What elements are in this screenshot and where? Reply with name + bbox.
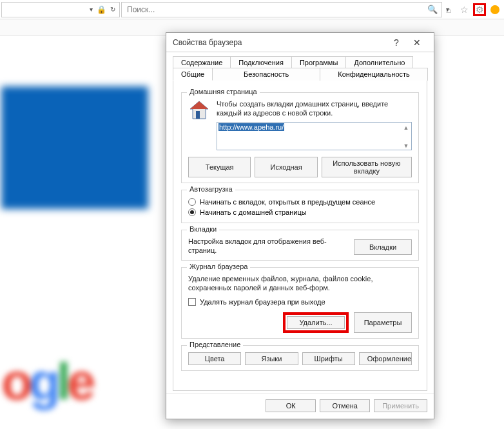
languages-button[interactable]: Языки — [245, 352, 298, 365]
dialog-title: Свойства браузера — [173, 38, 386, 47]
internet-options-dialog: Свойства браузера ? ✕ Содержание Подключ… — [166, 32, 434, 419]
search-icon[interactable]: 🔍 — [427, 5, 438, 14]
background-logo: ogle — [1, 352, 92, 412]
tab-advanced[interactable]: Дополнительно — [345, 56, 413, 68]
tab-row-2: Общие Безопасность Конфиденциальность — [173, 68, 427, 81]
colors-button[interactable]: Цвета — [188, 352, 241, 365]
tab-programs[interactable]: Программы — [291, 56, 346, 68]
homepage-current-button[interactable]: Текущая — [188, 157, 251, 177]
ok-button[interactable]: ОК — [266, 399, 316, 412]
history-delete-on-exit-checkbox[interactable]: Удалять журнал браузера при выходе — [188, 297, 412, 307]
cancel-button[interactable]: Отмена — [320, 399, 370, 412]
homepage-textarea-wrap: http://www.apeha.ru/ ▲ ▼ — [217, 122, 412, 152]
group-presentation: Представление Цвета Языки Шрифты Оформле… — [181, 345, 419, 371]
group-homepage: Домашняя страница Чтобы создать вкладки … — [181, 92, 419, 183]
search-input[interactable] — [126, 5, 438, 15]
search-box[interactable]: 🔍 ▾ — [121, 2, 442, 17]
history-desc: Удаление временных файлов, журнала, файл… — [188, 274, 412, 293]
close-button[interactable]: ✕ — [407, 37, 427, 48]
homepage-desc: Чтобы создать вкладки домашних страниц, … — [217, 99, 412, 118]
homepage-default-button[interactable]: Исходная — [255, 157, 317, 177]
tab-privacy[interactable]: Конфиденциальность — [320, 68, 428, 81]
radio-icon — [188, 198, 196, 206]
help-button[interactable]: ? — [386, 37, 407, 48]
toolbar-icons: ⌂ ☆ ⚙ — [442, 3, 504, 16]
group-presentation-label: Представление — [187, 341, 243, 348]
fonts-button[interactable]: Шрифты — [302, 352, 355, 365]
homepage-selected-url[interactable]: http://www.apeha.ru/ — [218, 123, 284, 131]
dialog-titlebar: Свойства браузера ? ✕ — [166, 33, 434, 52]
favorites-icon[interactable]: ☆ — [458, 3, 470, 16]
tab-connections[interactable]: Подключения — [230, 56, 292, 68]
group-tabs-label: Вкладки — [187, 225, 219, 233]
svg-rect-1 — [196, 111, 200, 119]
browser-toolbar: ▾ 🔒 ↻ 🔍 ▾ ⌂ ☆ ⚙ — [0, 0, 504, 19]
tab-panel-general: Домашняя страница Чтобы создать вкладки … — [173, 80, 427, 391]
group-homepage-label: Домашняя страница — [187, 88, 260, 95]
refresh-icon[interactable]: ↻ — [110, 6, 115, 13]
group-tabs: Вкладки Настройка вкладок для отображени… — [181, 230, 419, 261]
startup-homepage-label: Начинать с домашней страницы — [200, 208, 307, 216]
scroll-up-icon[interactable]: ▲ — [402, 123, 411, 132]
startup-homepage-radio[interactable]: Начинать с домашней страницы — [188, 207, 412, 217]
home-icon — [188, 99, 210, 121]
tab-general[interactable]: Общие — [173, 68, 213, 81]
history-settings-button[interactable]: Параметры — [354, 312, 412, 333]
tab-row-1: Содержание Подключения Программы Дополни… — [173, 56, 427, 68]
radio-icon — [188, 208, 196, 216]
homepage-newtab-button[interactable]: Использовать новую вкладку — [322, 157, 412, 177]
apply-button[interactable]: Применить — [374, 399, 427, 412]
group-startup-label: Автозагрузка — [187, 185, 235, 193]
history-delete-button[interactable]: Удалить... — [287, 316, 345, 329]
tab-content[interactable]: Содержание — [173, 56, 231, 68]
tools-gear-icon[interactable]: ⚙ — [473, 3, 486, 16]
scroll-down-icon[interactable]: ▼ — [402, 141, 411, 150]
smiley-icon[interactable] — [489, 3, 501, 16]
tabs-settings-button[interactable]: Вкладки — [354, 239, 412, 255]
tab-security[interactable]: Безопасность — [212, 68, 320, 81]
accessibility-button[interactable]: Оформление — [359, 352, 412, 365]
startup-last-session-label: Начинать с вкладок, открытых в предыдуще… — [200, 198, 375, 206]
address-box[interactable]: ▾ 🔒 ↻ — [1, 2, 120, 17]
chevron-down-icon[interactable]: ▾ — [446, 6, 449, 13]
dialog-footer: ОК Отмена Применить — [166, 394, 434, 419]
group-startup: Автозагрузка Начинать с вкладок, открыты… — [181, 190, 419, 223]
lock-icon: 🔒 — [97, 5, 106, 14]
svg-marker-2 — [190, 101, 208, 109]
group-history-label: Журнал браузера — [187, 263, 250, 270]
tabs-desc: Настройка вкладок для отображения веб-ст… — [188, 237, 347, 255]
highlight-delete-button: Удалить... — [283, 312, 349, 333]
history-delete-on-exit-label: Удалять журнал браузера при выходе — [200, 298, 325, 306]
chevron-down-icon[interactable]: ▾ — [90, 6, 93, 13]
checkbox-icon — [188, 298, 196, 306]
group-history: Журнал браузера Удаление временных файло… — [181, 267, 419, 339]
startup-last-session-radio[interactable]: Начинать с вкладок, открытых в предыдуще… — [188, 197, 412, 207]
